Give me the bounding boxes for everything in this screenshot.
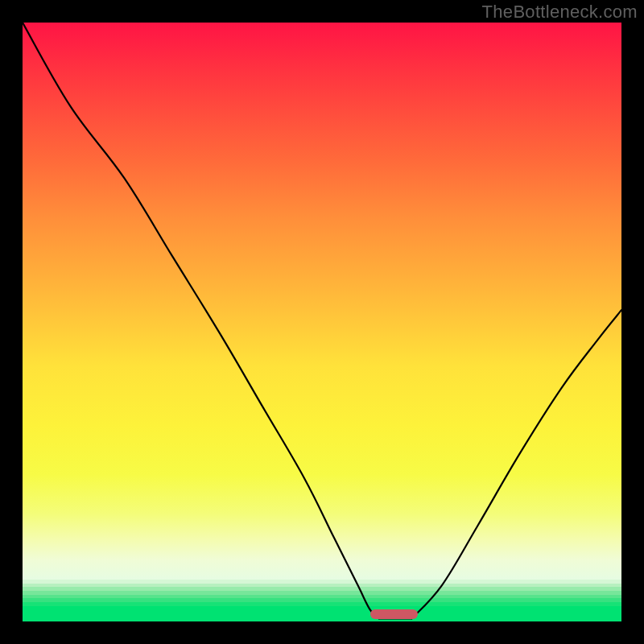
bottleneck-curve — [23, 23, 621, 621]
optimum-marker — [370, 609, 419, 619]
chart-frame: TheBottleneck.com — [0, 0, 644, 644]
plot-area — [23, 23, 621, 621]
watermark-text: TheBottleneck.com — [482, 2, 638, 23]
curve-left-branch — [23, 23, 379, 618]
curve-right-branch — [412, 310, 621, 618]
